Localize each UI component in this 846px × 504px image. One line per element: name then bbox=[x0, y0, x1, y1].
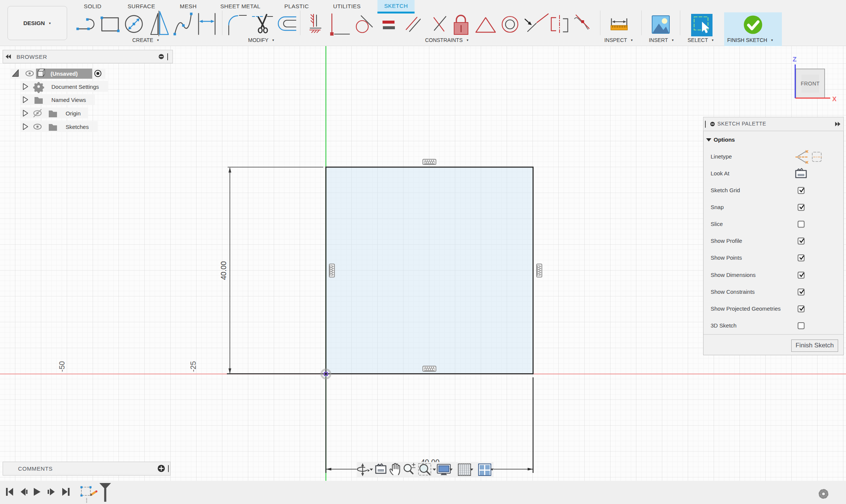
svg-text:-50: -50 bbox=[58, 361, 66, 372]
svg-text:Z: Z bbox=[793, 56, 796, 63]
svg-text:-25: -25 bbox=[189, 361, 197, 372]
svg-text:40.00: 40.00 bbox=[219, 261, 228, 280]
svg-text:X: X bbox=[832, 96, 837, 103]
svg-text:FRONT: FRONT bbox=[801, 81, 820, 87]
